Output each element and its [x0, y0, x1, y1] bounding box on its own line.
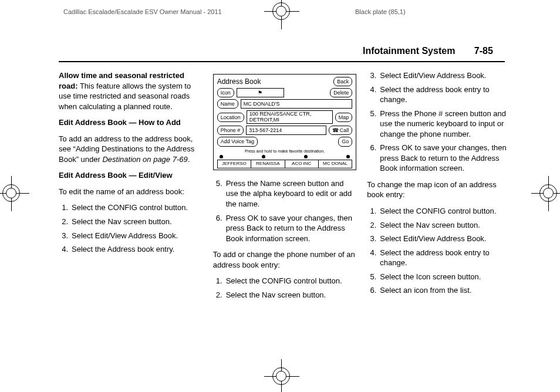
para-allow-time: Allow time and seasonal restricted road:… — [59, 70, 203, 111]
dot-icon — [220, 155, 223, 158]
heading-how-to-add: Edit Address Book — How to Add — [59, 117, 203, 128]
phone-value: 313-567-2214 — [246, 126, 326, 135]
dot-icon — [346, 155, 350, 158]
list-item: 1.Select the CONFIG control button. — [59, 202, 203, 213]
location-button[interactable]: Location — [217, 113, 244, 122]
call-button[interactable]: Call — [329, 126, 353, 135]
list-item: 3.Select Edit/View Address Book. — [367, 234, 511, 244]
para-edit-name: To edit the name of an address book: — [59, 187, 203, 197]
list-item: 4.Select the Address book entry. — [59, 244, 203, 255]
header-rule — [59, 61, 505, 62]
column-3: 3.Select Edit/View Address Book. 4.Selec… — [367, 70, 511, 306]
list-item: 5.Press the Name screen button and use t… — [213, 178, 357, 209]
list-item: 1.Select the CONFIG control button. — [367, 206, 511, 217]
back-button[interactable]: Back — [333, 77, 352, 86]
list-item: 4.Select the address book entry to chang… — [367, 248, 511, 268]
column-2: Address Book Back Icon ⚑ Delete Name MC … — [213, 70, 357, 306]
map-button[interactable]: Map — [335, 113, 353, 122]
list-item: 5.Press the Phone # screen button and us… — [367, 109, 511, 140]
list-change-phone-cont: 3.Select Edit/View Address Book. 4.Selec… — [367, 70, 511, 174]
column-1: Allow time and seasonal restricted road:… — [59, 70, 203, 306]
page-number: 7-85 — [474, 46, 493, 56]
list-change-icon: 1.Select the CONFIG control button. 2.Se… — [367, 206, 511, 296]
icon-button[interactable]: Icon — [217, 88, 234, 97]
figure-title: Address Book — [217, 77, 353, 86]
crop-mark-icon — [531, 176, 560, 211]
add-voice-tag-button[interactable]: Add Voice Tag — [217, 137, 258, 146]
favorite-tab[interactable]: JEFFERSO — [217, 160, 251, 168]
location-value: 100 RENAISSANCE CTR, DETROIT,MI — [247, 110, 333, 124]
list-item: 6.Select an icon from the list. — [367, 285, 511, 296]
list-item: 1.Select the CONFIG control button. — [213, 276, 357, 286]
crop-mark-icon — [0, 176, 29, 211]
favorite-tab[interactable]: ACO INC — [285, 160, 318, 168]
list-item: 6.Press OK to save your changes, then pr… — [367, 143, 511, 174]
section-name: Infotainment System — [363, 46, 455, 56]
name-button[interactable]: Name — [217, 99, 238, 109]
list-item: 3.Select Edit/View Address Book. — [367, 70, 511, 81]
favorite-dots — [217, 155, 353, 158]
plate-label: Black plate (85,1) — [355, 8, 406, 15]
list-item: 6.Press OK to save your changes, then pr… — [213, 213, 357, 244]
manual-title: Cadillac Escalade/Escalade ESV Owner Man… — [63, 8, 222, 15]
header-strip: Cadillac Escalade/Escalade ESV Owner Man… — [0, 8, 560, 22]
flag-icon: ⚑ — [237, 88, 284, 97]
list-item: 2.Select the Nav screen button. — [213, 290, 357, 300]
dot-icon — [304, 155, 308, 158]
delete-button[interactable]: Delete — [330, 88, 352, 97]
para-add-address: To add an address to the address book, s… — [59, 134, 203, 165]
list-item: 2.Select the Nav screen button. — [367, 220, 511, 231]
dot-icon — [262, 155, 265, 158]
section-header: Infotainment System 7-85 — [363, 46, 493, 56]
para-change-phone: To add or change the phone number of an … — [213, 249, 357, 270]
name-value: MC DONALD'S — [241, 99, 353, 109]
list-change-phone: 1.Select the CONFIG control button. 2.Se… — [213, 276, 357, 300]
para-change-icon: To change the map icon of an address boo… — [367, 180, 511, 200]
address-book-figure: Address Book Back Icon ⚑ Delete Name MC … — [213, 74, 357, 170]
list-edit-name: 1.Select the CONFIG control button. 2.Se… — [59, 202, 203, 254]
figure-note: Press and hold to make favorite destinat… — [217, 148, 353, 154]
list-item: 5.Select the Icon screen button. — [367, 272, 511, 282]
crop-mark-icon — [264, 359, 299, 392]
phone-button[interactable]: Phone # — [217, 126, 244, 135]
list-edit-name-cont: 5.Press the Name screen button and use t… — [213, 178, 357, 244]
list-item: 3.Select Edit/View Address Book. — [59, 231, 203, 241]
body-content: Allow time and seasonal restricted road:… — [59, 70, 511, 329]
list-item: 4.Select the address book entry to chang… — [367, 85, 511, 105]
go-button[interactable]: Go — [338, 137, 352, 146]
heading-edit-view: Edit Address Book — Edit/View — [59, 170, 203, 181]
list-item: 2.Select the Nav screen button. — [59, 217, 203, 227]
favorite-tab[interactable]: MC DONAL — [318, 160, 352, 168]
favorite-tab[interactable]: RENAISSA — [251, 160, 284, 168]
